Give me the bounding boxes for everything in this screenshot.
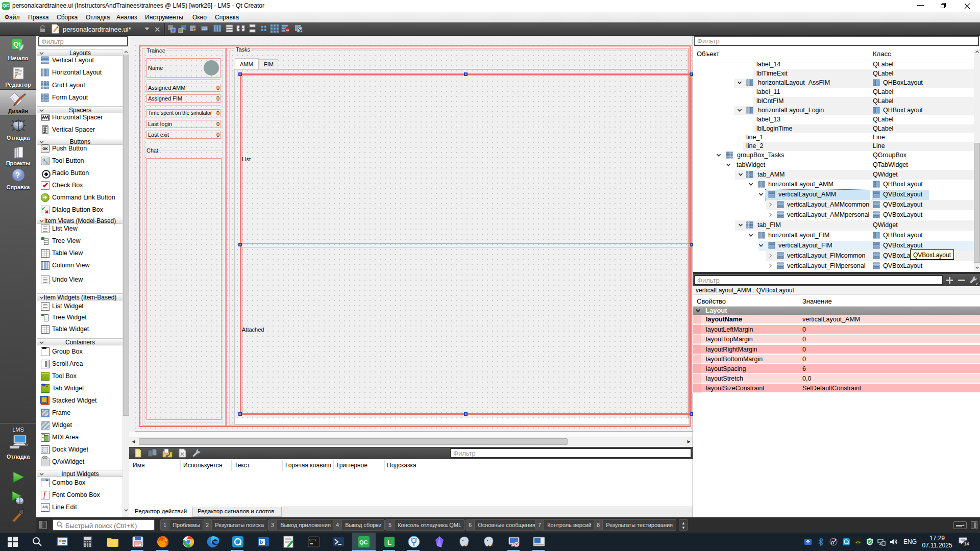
svg-text:L: L: [387, 539, 391, 546]
svg-text:14: 14: [964, 541, 969, 546]
svg-text:Qt: Qt: [13, 40, 21, 48]
svg-text:b: b: [260, 539, 263, 545]
svg-text:?: ?: [16, 171, 20, 180]
svg-text:QC: QC: [359, 539, 368, 545]
svg-text:123: 123: [202, 27, 208, 30]
svg-text:C:\: C:\: [309, 538, 317, 542]
